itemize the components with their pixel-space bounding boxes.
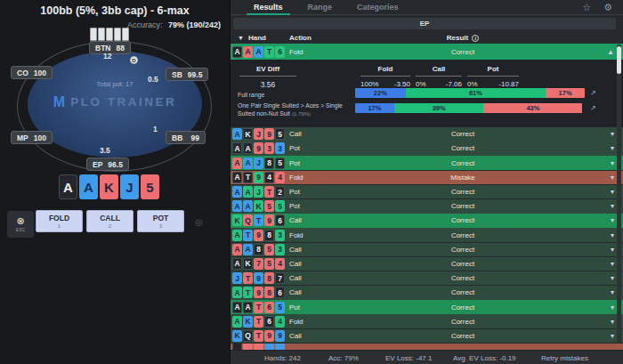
column-action: Action <box>289 34 387 42</box>
card-8: 8 <box>264 287 274 298</box>
card-A: A <box>232 128 242 140</box>
accuracy-readout: Accuracy: 79% (190/242) <box>127 20 221 29</box>
card-2: 2 <box>275 186 285 198</box>
result-row[interactable]: AK754CallCorrect▾ <box>231 257 623 271</box>
result-row[interactable]: AKJ95CallCorrect▾ <box>231 127 623 142</box>
card-9: 9 <box>254 230 263 241</box>
esc-button[interactable]: ⊗ ESC <box>7 211 34 238</box>
card-J: J <box>254 128 263 140</box>
action-buttons: FOLD1CALL2POT3 <box>36 210 184 232</box>
row-result: Correct <box>387 246 538 254</box>
card-7: 7 <box>254 258 263 270</box>
row-result: Correct <box>387 288 538 296</box>
row-result: Correct <box>387 260 538 268</box>
fold-frequency: 100% <box>360 80 378 88</box>
gear-icon[interactable]: ⚙ <box>603 2 612 13</box>
card-partial <box>254 344 263 350</box>
column-hand: Hand <box>248 34 266 42</box>
info-icon[interactable]: i <box>472 35 479 42</box>
card-4: 4 <box>275 258 285 270</box>
range-frequency-bar: 22%61%17% <box>355 88 585 98</box>
card-A: A <box>243 158 253 169</box>
result-row[interactable]: JT987CallCorrect▾ <box>231 271 623 286</box>
card-K: K <box>232 330 242 342</box>
row-result: Correct <box>387 231 538 239</box>
scrollbar-thumb[interactable] <box>617 46 621 74</box>
card-4: 4 <box>275 316 285 328</box>
card-5: 5 <box>264 258 274 270</box>
card-A: A <box>232 142 242 154</box>
range-segment-red: 17% <box>546 88 585 98</box>
accuracy-label: Accuracy: <box>127 20 163 29</box>
external-link-icon[interactable]: ↗ <box>590 104 598 112</box>
call-button[interactable]: CALL2 <box>86 210 134 232</box>
result-row[interactable]: AAT65PotCorrect▾ <box>231 300 623 314</box>
pot-frequency: 0% <box>467 80 478 88</box>
result-row[interactable]: AKT64FoldCorrect▾ <box>231 314 623 328</box>
result-row[interactable]: KQT96CallCorrect▾ <box>231 214 623 228</box>
result-row-partial[interactable] <box>231 344 623 350</box>
card-back <box>98 28 105 41</box>
result-row[interactable]: AA933PotCorrect▾ <box>231 142 623 156</box>
card-K: K <box>254 200 263 212</box>
card-T: T <box>243 172 253 183</box>
row-hand: AT986 <box>231 287 289 298</box>
card-Q: Q <box>243 330 253 342</box>
row-hand: AK754 <box>231 258 289 270</box>
range-segment-blue: 17% <box>355 103 394 113</box>
call-frequency: 0% <box>416 80 426 88</box>
stat-hands: Hands: 242 <box>264 354 301 362</box>
card-K: K <box>243 128 253 140</box>
sort-descending-icon[interactable]: ▼ <box>238 35 244 41</box>
expanded-result-row[interactable]: AAAT6 Fold Correct ▲ <box>231 44 623 60</box>
external-link-icon[interactable]: ↗ <box>590 89 598 97</box>
row-action: Call <box>289 274 387 282</box>
bet-SB: 0.5 <box>148 75 158 84</box>
range-segment-green: 39% <box>394 103 484 113</box>
card-6: 6 <box>264 316 274 328</box>
result-row[interactable]: KQT99CallCorrect▾ <box>231 329 623 344</box>
esc-label: ESC <box>16 227 25 232</box>
tab-range[interactable]: Range <box>308 0 333 15</box>
card-A: A <box>232 316 242 328</box>
card-6: 6 <box>275 287 285 298</box>
card-3: 3 <box>264 142 274 154</box>
tab-results[interactable]: Results <box>254 0 283 15</box>
ev-diff-column: EV Diff 3.56 <box>239 65 296 89</box>
card-A: A <box>243 46 253 58</box>
result-row[interactable]: AT986CallCorrect▾ <box>231 286 623 300</box>
hero-hand: AAKJ5 <box>59 174 159 199</box>
pot-button[interactable]: POT3 <box>137 210 184 232</box>
retry-mistakes-button[interactable]: Retry mistakes <box>541 354 588 362</box>
action-label: FOLD <box>49 214 69 222</box>
result-row[interactable]: AAJ85PotCorrect▾ <box>231 156 623 170</box>
row-hand: AAJ85 <box>231 158 289 169</box>
eye-icon[interactable]: ◎ <box>195 217 203 227</box>
card-T: T <box>264 46 274 58</box>
call-ev: -7.06 <box>446 80 462 88</box>
card-A: A <box>243 186 253 198</box>
row-hand: AAJT2 <box>231 186 289 198</box>
card-6: 6 <box>264 302 274 313</box>
star-icon[interactable]: ☆ <box>582 2 591 13</box>
fold-button[interactable]: FOLD1 <box>36 210 83 232</box>
range-name: One Pair Single Suited > Aces > Single S… <box>238 102 343 117</box>
row-result: Correct <box>387 48 538 56</box>
card-3: 3 <box>275 244 285 255</box>
card-T: T <box>243 287 253 298</box>
position-header: EP <box>233 18 616 29</box>
bet-EP: 3.5 <box>100 146 110 155</box>
result-row[interactable]: AT983FoldCorrect▾ <box>231 228 623 242</box>
tab-categories[interactable]: Categories <box>357 0 399 15</box>
result-row[interactable]: AAJT2PotCorrect▾ <box>231 185 623 199</box>
card-5: 5 <box>264 200 274 212</box>
card-A: A <box>232 46 242 58</box>
result-row[interactable]: AT944FoldMistake▾ <box>231 171 623 185</box>
result-row[interactable]: AA853CallCorrect▾ <box>231 243 623 257</box>
seat-MP: MP100 <box>11 131 53 144</box>
row-hand: KQT99 <box>231 330 289 342</box>
card-A: A <box>232 172 242 183</box>
card-partial <box>264 344 274 350</box>
range-name: Full range <box>238 92 264 98</box>
result-row[interactable]: AAK55PotCorrect▾ <box>231 199 623 214</box>
